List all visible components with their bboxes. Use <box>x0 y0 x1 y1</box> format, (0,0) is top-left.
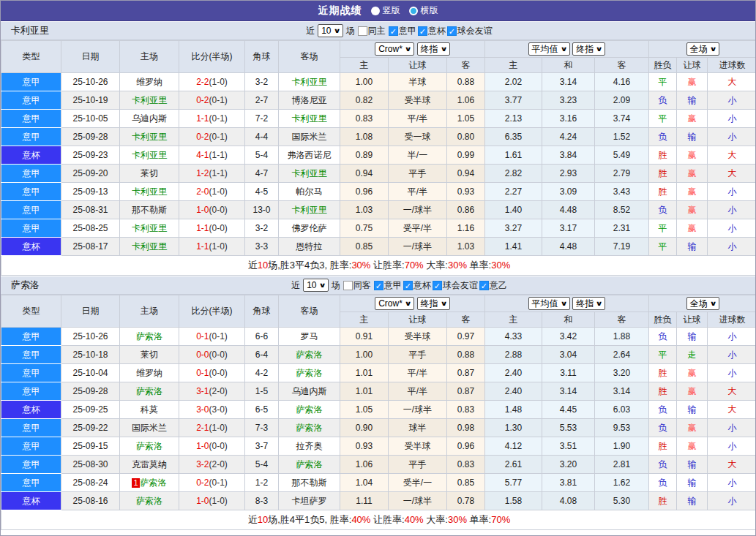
handicap-line: 平手 <box>389 456 447 474</box>
league-filter-label: 意杯 <box>413 279 431 292</box>
result-winloss: 胜 <box>649 437 677 456</box>
result-handicap: 赢 <box>677 201 708 219</box>
league-filter[interactable]: ✓球会友谊 <box>447 25 493 37</box>
team-name-text: 那不勒斯 <box>132 205 167 215</box>
avg-draw: 3.14 <box>542 73 595 91</box>
league-filter[interactable]: ✓意杯 <box>403 279 431 292</box>
summary-segment: 让胜率: <box>370 514 404 525</box>
recent-count-value: 10 <box>307 280 316 290</box>
recent-label: 近 <box>306 25 315 37</box>
match-row: 意杯25-09-25科莫3-0(3-0)6-5萨索洛1.05一/球半0.831.… <box>1 401 756 419</box>
match-date: 25-10-26 <box>61 328 120 346</box>
match-date: 25-09-28 <box>61 382 120 401</box>
same-venue-filter[interactable]: 同客 <box>343 279 371 292</box>
recent-count-select[interactable]: 10∨ <box>318 24 343 37</box>
checkbox-unchecked-icon[interactable] <box>358 26 367 36</box>
average-select[interactable]: 平均值∨ <box>528 297 570 310</box>
checkbox-checked-icon[interactable]: ✓ <box>403 281 413 290</box>
result-winloss: 平 <box>649 238 677 256</box>
fulltime-score: 3-1 <box>196 386 209 396</box>
team-name-text: 卡利亚里 <box>292 205 327 215</box>
avg-draw: 3.14 <box>542 382 595 401</box>
checkbox-checked-icon[interactable]: ✓ <box>433 281 442 290</box>
odds-home: 0.82 <box>340 91 389 110</box>
scope-select[interactable]: 全场∨ <box>686 297 719 310</box>
result-goals: 小 <box>708 437 756 456</box>
away-team: 拉齐奥 <box>279 437 340 456</box>
sub-header-handicap: 让球 <box>389 58 447 73</box>
summary-segment: 大率: <box>424 260 448 271</box>
average-group-header: 平均值∨ 终指∨ <box>485 295 649 312</box>
match-score: 1-1(1-0) <box>179 238 245 256</box>
average-stage-select[interactable]: 终指∨ <box>572 42 605 56</box>
corner-score: 7-3 <box>245 419 279 437</box>
chevron-down-icon: ∨ <box>440 300 447 307</box>
odds-stage-select[interactable]: 终指∨ <box>417 297 450 310</box>
league-filter[interactable]: ✓意甲 <box>374 279 402 292</box>
league-filter[interactable]: ✓意杯 <box>418 25 446 37</box>
odds-home: 1.11 <box>340 492 389 510</box>
avg-away: 2.09 <box>595 91 649 110</box>
checkbox-checked-icon[interactable]: ✓ <box>389 26 398 36</box>
odds-home: 0.90 <box>340 419 389 437</box>
checkbox-checked-icon[interactable]: ✓ <box>374 281 383 290</box>
team-name-text: 佛罗伦萨 <box>292 223 327 233</box>
league-filter[interactable]: ✓意甲 <box>389 25 416 37</box>
result-handicap: 输 <box>677 128 708 146</box>
match-date: 25-08-31 <box>61 201 120 219</box>
away-team: 恩特拉 <box>279 238 340 256</box>
sub-header-avg-away: 客 <box>595 58 649 73</box>
result-winloss: 平 <box>649 73 677 91</box>
match-date: 25-08-24 <box>61 474 120 492</box>
odds-company-select[interactable]: Crow*∨ <box>375 42 414 56</box>
radio-selected-icon <box>371 7 380 15</box>
match-date: 25-09-23 <box>61 146 120 165</box>
same-venue-label: 同主 <box>368 25 386 37</box>
odds-away: 0.88 <box>447 346 485 364</box>
home-team: 卡利亚里 <box>120 128 179 146</box>
handicap-line: 平手 <box>389 346 447 364</box>
avg-draw: 3.20 <box>542 456 595 474</box>
recent-count-select[interactable]: 10∨ <box>303 279 329 292</box>
odds-company-select[interactable]: Crow*∨ <box>375 297 414 310</box>
avg-draw: 3.51 <box>542 437 595 456</box>
league-filter-label: 意甲 <box>384 279 402 292</box>
odds-stage-select[interactable]: 终指∨ <box>417 42 450 56</box>
checkbox-checked-icon[interactable]: ✓ <box>418 26 427 36</box>
sub-header-avg-draw: 和 <box>542 312 595 328</box>
filter-bar: 近 10∨ 场 同主 ✓意甲✓意杯✓球会友谊 <box>263 24 493 37</box>
view-option-horizontal[interactable]: 横版 <box>409 4 438 17</box>
summary-segment: 让胜率: <box>370 260 404 271</box>
chevron-down-icon: ∨ <box>440 45 447 53</box>
away-team: 卡坦萨罗 <box>279 492 340 510</box>
checkbox-unchecked-icon[interactable] <box>343 281 353 290</box>
col-header-away: 客场 <box>279 295 340 328</box>
scope-value: 全场 <box>690 43 708 56</box>
average-stage-select[interactable]: 终指∨ <box>572 297 605 310</box>
odds-away: 1.05 <box>447 110 485 128</box>
match-row: 意甲25-08-241萨索洛0-2(0-1)1-2那不勒斯1.04受半/一0.8… <box>1 474 756 492</box>
result-winloss: 负 <box>649 474 677 492</box>
league-filter[interactable]: ✓球会友谊 <box>433 279 478 292</box>
result-handicap: 赢 <box>677 419 708 437</box>
summary-segment: 近 <box>248 260 258 271</box>
result-winloss: 平 <box>649 110 677 128</box>
view-option-vertical[interactable]: 竖版 <box>371 4 400 17</box>
sub-header-odds-home: 主 <box>340 58 389 73</box>
corner-score: 4-7 <box>245 165 279 183</box>
result-winloss: 胜 <box>649 382 677 401</box>
average-stage-value: 终指 <box>576 298 594 310</box>
scope-select[interactable]: 全场∨ <box>686 42 719 56</box>
checkbox-checked-icon[interactable]: ✓ <box>447 26 457 36</box>
checkbox-checked-icon[interactable]: ✓ <box>479 281 489 290</box>
league-filter[interactable]: ✓意乙 <box>479 279 507 292</box>
odds-home: 0.93 <box>340 437 389 456</box>
match-row: 意甲25-10-05乌迪内斯1-1(0-1)7-2卡利亚里0.83平/半1.05… <box>1 110 756 128</box>
match-type: 意甲 <box>1 91 61 110</box>
team-name-text: 乌迪内斯 <box>292 386 327 396</box>
average-select[interactable]: 平均值∨ <box>528 42 570 56</box>
home-team: 萨索洛 <box>120 492 179 510</box>
result-winloss: 负 <box>649 201 677 219</box>
home-team: 卡利亚里 <box>120 183 179 201</box>
same-venue-filter[interactable]: 同主 <box>358 25 386 37</box>
